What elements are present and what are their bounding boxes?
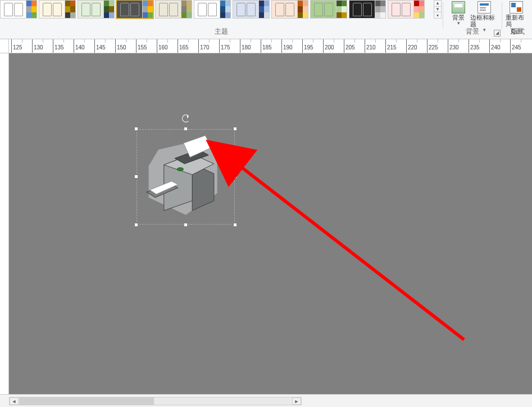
status-bar: ◄ ► [0, 394, 532, 407]
scrollbar-thumb[interactable] [19, 397, 154, 405]
ruler-tick: 210 [365, 39, 365, 53]
ruler-tick: 220 [406, 39, 407, 53]
ruler-tick-label: 185 [262, 44, 272, 51]
background-icon [452, 1, 465, 13]
background-dialog-launcher[interactable]: ◢ [494, 30, 501, 36]
ruler-row: 1251301351401451501551601651701751801851… [0, 39, 532, 53]
ruler-tick-label: 155 [138, 44, 147, 51]
ruler-tick: 145 [94, 39, 95, 53]
theme-thumb[interactable] [39, 0, 76, 19]
ruler-tick: 200 [323, 39, 324, 53]
ruler-tick: 135 [53, 39, 53, 53]
ruler-tick: 150 [115, 39, 116, 53]
resize-handle[interactable] [134, 223, 138, 227]
ruler-tick-label: 240 [491, 44, 501, 51]
scroll-right-icon[interactable]: ► [292, 397, 301, 405]
theme-thumb[interactable] [0, 0, 37, 19]
svg-line-1 [239, 166, 464, 340]
horizontal-scrollbar[interactable]: ◄ ► [9, 397, 302, 405]
ruler-tick: 225 [427, 39, 428, 53]
ruler-tick: 155 [136, 39, 137, 53]
resize-handle[interactable] [233, 127, 237, 131]
selected-shape-printer[interactable] [137, 129, 235, 225]
ruler-tick: 190 [281, 39, 282, 53]
resize-handle[interactable] [134, 127, 138, 131]
printer-clipart-icon [142, 132, 229, 221]
resize-handle[interactable] [134, 175, 138, 179]
scroll-left-icon[interactable]: ◄ [10, 397, 19, 405]
ruler-tick: 170 [198, 39, 199, 53]
dropdown-icon: ▼ [456, 21, 461, 26]
relayout-icon [510, 1, 523, 13]
ruler-tick-label: 175 [221, 44, 230, 51]
theme-thumb[interactable] [194, 0, 231, 19]
theme-gallery-up-icon[interactable]: ▲ [434, 1, 441, 7]
ruler-tick-label: 135 [54, 44, 64, 51]
theme-gallery-more-icon[interactable]: ▾ [434, 12, 441, 18]
resize-handle[interactable] [233, 175, 237, 179]
ruler-tick-label: 160 [158, 44, 168, 51]
ruler-tick: 235 [469, 39, 469, 53]
vertical-ruler[interactable] [0, 53, 9, 394]
theme-gallery-spinner[interactable]: ▲ ▼ ▾ [434, 0, 442, 19]
horizontal-ruler[interactable]: 1251301351401451501551601651701751801851… [9, 39, 532, 53]
ruler-tick-label: 235 [470, 44, 480, 51]
ruler-tick-label: 165 [179, 44, 189, 51]
ruler-tick-label: 180 [242, 44, 251, 51]
ruler-tick: 230 [448, 39, 448, 53]
ruler-tick-label: 150 [117, 44, 126, 51]
ruler-tick: 180 [240, 39, 240, 53]
ruler-tick: 125 [11, 39, 12, 53]
ribbon: ▲ ▼ ▾ 主题 背景 ▼ 边框和标题 ▼ 背景 ◢ 重新布局 页面 版式 [0, 0, 532, 39]
resize-handle[interactable] [184, 127, 188, 131]
ruler-tick-label: 170 [200, 44, 210, 51]
format-group-label: 版式 [502, 27, 532, 36]
ruler-tick-label: 230 [449, 44, 459, 51]
ruler-tick: 215 [385, 39, 386, 53]
drawing-canvas[interactable] [9, 53, 532, 394]
ruler-tick: 195 [302, 39, 303, 53]
ruler-tick: 140 [74, 39, 74, 53]
background-button-label: 背景 [452, 14, 465, 21]
ruler-tick: 185 [261, 39, 261, 53]
themes-group-label: 主题 [0, 27, 443, 36]
theme-gallery-down-icon[interactable]: ▼ [434, 7, 441, 13]
ruler-tick-label: 225 [429, 44, 438, 51]
ruler-tick: 175 [219, 39, 220, 53]
theme-gallery [0, 0, 443, 21]
background-group-label: 背景 [443, 27, 502, 36]
resize-handle[interactable] [184, 223, 188, 227]
ruler-tick-label: 130 [34, 44, 43, 51]
ruler-tick: 245 [510, 39, 511, 53]
theme-thumb[interactable] [349, 0, 386, 19]
ruler-tick-label: 215 [387, 44, 397, 51]
ruler-tick-label: 200 [325, 44, 334, 51]
ruler-tick-label: 205 [345, 44, 355, 51]
ruler-tick-label: 145 [96, 44, 106, 51]
ruler-tick-label: 140 [75, 44, 85, 51]
ruler-tick: 160 [157, 39, 157, 53]
theme-thumb[interactable] [78, 0, 115, 19]
theme-thumb[interactable] [310, 0, 347, 19]
border-title-button-label: 边框和标题 [470, 14, 498, 28]
theme-thumb[interactable] [271, 0, 308, 19]
theme-thumb[interactable] [155, 0, 192, 19]
ruler-tick-label: 220 [408, 44, 417, 51]
workspace [0, 53, 532, 394]
background-group: 背景 ▼ 边框和标题 ▼ 背景 ◢ [443, 0, 502, 39]
ruler-tick: 205 [344, 39, 344, 53]
ruler-corner [0, 39, 9, 53]
ruler-tick-label: 195 [304, 44, 313, 51]
ruler-tick: 130 [32, 39, 33, 53]
relayout-button-label-l1: 重新布局 [506, 14, 527, 28]
theme-thumb-selected[interactable] [116, 0, 153, 19]
ruler-tick-label: 125 [13, 44, 22, 51]
theme-thumb[interactable] [233, 0, 270, 19]
resize-handle[interactable] [233, 223, 237, 227]
rotate-handle-icon[interactable] [182, 115, 190, 122]
svg-point-0 [177, 168, 184, 171]
theme-thumb[interactable] [388, 0, 425, 19]
ruler-tick: 165 [178, 39, 178, 53]
ruler-tick-label: 210 [366, 44, 376, 51]
themes-group: ▲ ▼ ▾ 主题 [0, 0, 443, 39]
